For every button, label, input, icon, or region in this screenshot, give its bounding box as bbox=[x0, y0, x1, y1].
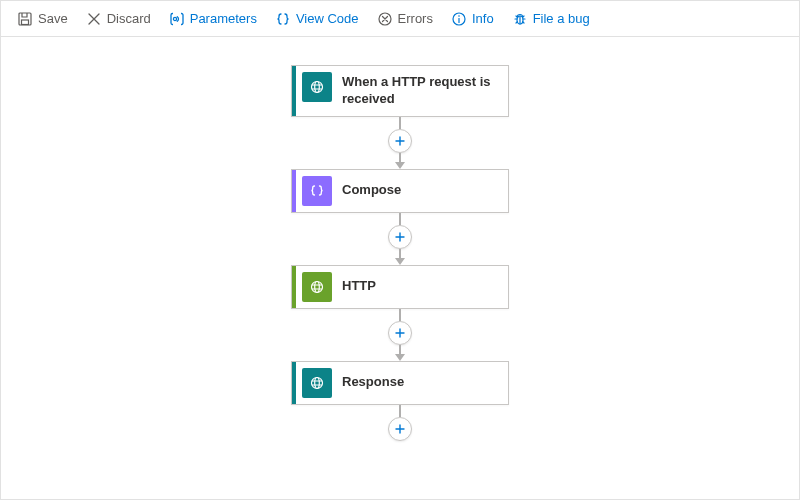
discard-icon bbox=[86, 11, 102, 27]
save-icon bbox=[17, 11, 33, 27]
connector-arrow-icon bbox=[395, 162, 405, 169]
svg-point-7 bbox=[312, 82, 323, 93]
svg-rect-0 bbox=[19, 13, 31, 25]
workflow-step-compose[interactable]: Compose bbox=[291, 169, 509, 213]
svg-point-2 bbox=[173, 17, 176, 20]
step-accent-bar bbox=[292, 266, 296, 308]
http-webhook-icon bbox=[302, 72, 332, 102]
parameters-button[interactable]: Parameters bbox=[161, 7, 265, 31]
svg-point-8 bbox=[315, 82, 320, 93]
step-label: When a HTTP request is received bbox=[332, 66, 508, 116]
add-step-button[interactable] bbox=[388, 417, 412, 441]
connector-arrow-icon bbox=[395, 258, 405, 265]
workflow-canvas: When a HTTP request is received Compose bbox=[1, 37, 799, 499]
step-accent-bar bbox=[292, 362, 296, 404]
connector-line bbox=[399, 117, 401, 129]
save-button[interactable]: Save bbox=[9, 7, 76, 31]
parameters-label: Parameters bbox=[190, 11, 257, 26]
add-step-button[interactable] bbox=[388, 321, 412, 345]
workflow-step-http[interactable]: HTTP bbox=[291, 265, 509, 309]
errors-icon bbox=[377, 11, 393, 27]
connector-line bbox=[399, 309, 401, 321]
http-webhook-icon bbox=[302, 368, 332, 398]
errors-label: Errors bbox=[398, 11, 433, 26]
add-step-button[interactable] bbox=[388, 225, 412, 249]
view-code-icon bbox=[275, 11, 291, 27]
workflow-step-response[interactable]: Response bbox=[291, 361, 509, 405]
step-label: HTTP bbox=[332, 266, 386, 308]
svg-point-5 bbox=[458, 15, 460, 17]
step-label: Response bbox=[332, 362, 414, 404]
view-code-button[interactable]: View Code bbox=[267, 7, 367, 31]
svg-rect-1 bbox=[22, 20, 29, 25]
connector bbox=[388, 405, 412, 441]
connector-line bbox=[399, 405, 401, 417]
errors-button[interactable]: Errors bbox=[369, 7, 441, 31]
step-accent-bar bbox=[292, 66, 296, 116]
connector-arrow-icon bbox=[395, 354, 405, 361]
connector-line bbox=[399, 213, 401, 225]
save-label: Save bbox=[38, 11, 68, 26]
info-icon bbox=[451, 11, 467, 27]
view-code-label: View Code bbox=[296, 11, 359, 26]
connector bbox=[388, 117, 412, 169]
toolbar: Save Discard Parameters View Code bbox=[1, 1, 799, 37]
discard-button[interactable]: Discard bbox=[78, 7, 159, 31]
info-button[interactable]: Info bbox=[443, 7, 502, 31]
step-accent-bar bbox=[292, 170, 296, 212]
file-bug-label: File a bug bbox=[533, 11, 590, 26]
parameters-icon bbox=[169, 11, 185, 27]
compose-icon bbox=[302, 176, 332, 206]
svg-point-9 bbox=[312, 281, 323, 292]
svg-point-10 bbox=[315, 281, 320, 292]
info-label: Info bbox=[472, 11, 494, 26]
step-label: Compose bbox=[332, 170, 411, 212]
workflow-step-trigger[interactable]: When a HTTP request is received bbox=[291, 65, 509, 117]
connector bbox=[388, 213, 412, 265]
svg-point-11 bbox=[312, 377, 323, 388]
add-step-button[interactable] bbox=[388, 129, 412, 153]
http-icon bbox=[302, 272, 332, 302]
connector bbox=[388, 309, 412, 361]
file-bug-button[interactable]: File a bug bbox=[504, 7, 598, 31]
bug-icon bbox=[512, 11, 528, 27]
discard-label: Discard bbox=[107, 11, 151, 26]
svg-point-12 bbox=[315, 377, 320, 388]
